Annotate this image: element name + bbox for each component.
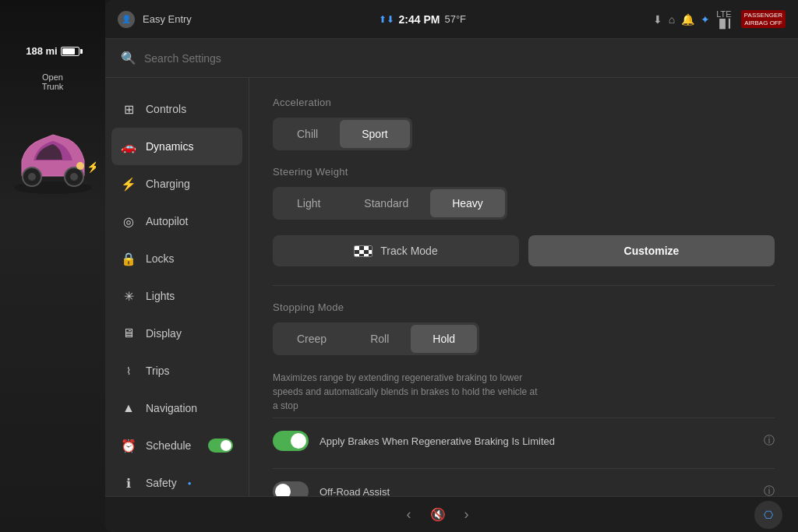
bell-icon[interactable]: 🔔 [681,13,694,26]
safety-label: Safety [146,477,177,489]
controls-label: Controls [146,103,186,115]
navigation-label: Navigation [146,402,197,414]
stopping-title: Stopping Mode [273,301,775,313]
steering-heavy-btn[interactable]: Heavy [430,189,505,217]
airbag-text: PASSENGERAIRBAG OFF [744,12,782,26]
home-icon[interactable]: ⌂ [669,13,675,26]
sidebar-item-dynamics[interactable]: 🚗 Dynamics [111,128,242,165]
customize-button[interactable]: Customize [528,235,775,266]
time-display: 2:44 PM [399,13,440,26]
charging-icon: ⚡ [121,176,136,192]
track-mode-button[interactable]: Track Mode [273,235,519,266]
apply-brakes-info-icon[interactable]: ⓘ [764,434,775,448]
bluetooth-icon: ⎔ [764,509,773,521]
svg-text:⚡: ⚡ [87,160,96,174]
car-svg: ⚡ [10,110,96,211]
bottom-nav-center: ‹ 🔇 › [401,503,475,526]
left-panel: 188 mi OpenTrunk ⚡ [0,0,105,532]
car-image: ⚡ [10,110,96,214]
stopping-description: Maximizes range by extending regenerativ… [273,371,538,413]
display-icon: 🖥 [121,326,136,341]
locks-icon: 🔒 [121,251,136,266]
battery-icon [61,47,79,56]
dynamics-panel: Acceleration Chill Sport Steering Weight… [249,78,798,496]
acceleration-sport-btn[interactable]: Sport [340,120,409,148]
lights-icon: ✳ [121,288,136,304]
controls-icon: ⊞ [121,101,136,117]
schedule-icon: ⏰ [121,438,136,453]
safety-dot: ● [188,480,192,487]
sidebar-item-controls[interactable]: ⊞ Controls [105,90,249,128]
apply-brakes-toggle[interactable] [273,431,309,451]
checkered-flag-icon [354,245,373,257]
stopping-hold-btn[interactable]: Hold [411,325,477,353]
forward-button[interactable]: › [458,503,475,526]
bottom-nav-right: ⎔ [754,501,782,529]
content-area: ⊞ Controls 🚗 Dynamics ⚡ Charging ◎ Autop… [105,78,798,496]
apply-brakes-row: Apply Brakes When Regenerative Braking I… [273,417,775,463]
lights-label: Lights [146,290,175,302]
back-button[interactable]: ‹ [401,503,418,526]
stopping-roll-btn[interactable]: Roll [348,325,411,353]
sidebar-item-charging[interactable]: ⚡ Charging [105,165,249,203]
acceleration-title: Acceleration [273,97,775,108]
safety-icon: ℹ [121,475,136,491]
off-road-info-icon[interactable]: ⓘ [764,484,775,496]
airbag-badge: PASSENGERAIRBAG OFF [741,10,786,28]
download-icon[interactable]: ⬇ [653,13,662,26]
bluetooth-circle-button[interactable]: ⎔ [754,501,782,529]
dynamics-icon: 🚗 [121,139,136,154]
sidebar-item-autopilot[interactable]: ◎ Autopilot [105,203,249,240]
status-bar-right: ⬇ ⌂ 🔔 ✦ LTE▐▌▎ PASSENGERAIRBAG OFF [653,9,786,29]
acceleration-chill-btn[interactable]: Chill [275,120,340,148]
mileage-display: 188 mi [18,39,87,63]
off-road-toggle[interactable] [273,481,309,496]
sidebar-item-navigation[interactable]: ▲ Navigation [105,389,249,427]
steering-standard-btn[interactable]: Standard [342,189,430,217]
sidebar-item-trips[interactable]: ⌇ Trips [105,352,249,389]
search-icon: 🔍 [121,51,136,65]
open-trunk-button[interactable]: OpenTrunk [36,69,70,94]
search-input[interactable] [144,52,782,65]
sidebar-item-lights[interactable]: ✳ Lights [105,277,249,315]
trips-icon: ⌇ [121,363,136,379]
svg-point-5 [76,162,84,170]
volume-mute-button[interactable]: 🔇 [424,504,452,525]
sidebar-item-schedule[interactable]: ⏰ Schedule [105,427,249,464]
sidebar: ⊞ Controls 🚗 Dynamics ⚡ Charging ◎ Autop… [105,78,249,496]
stopping-group: Creep Roll Hold [273,322,479,355]
status-bar-left: 👤 Easy Entry [118,11,192,28]
search-bar[interactable]: 🔍 [105,39,798,78]
track-mode-row: Track Mode Customize [273,235,775,266]
profile-icon: 👤 [118,11,135,28]
sidebar-item-safety[interactable]: ℹ Safety ● [105,464,249,496]
steering-light-btn[interactable]: Light [275,189,342,217]
bottom-nav: ‹ 🔇 › ⎔ [105,496,798,532]
display-label: Display [146,327,182,340]
schedule-toggle[interactable] [208,439,233,453]
signal-icon: LTE▐▌▎ [716,9,735,29]
acceleration-group: Chill Sport [273,118,412,150]
steering-group: Light Standard Heavy [273,187,507,220]
svg-point-2 [28,173,36,181]
locks-label: Locks [146,252,175,265]
temperature-display: 57°F [444,13,466,25]
main-screen: 👤 Easy Entry ⬆⬇ 2:44 PM 57°F ⬇ ⌂ 🔔 ✦ LTE… [105,0,798,532]
sidebar-item-locks[interactable]: 🔒 Locks [105,240,249,277]
navigation-icon: ▲ [121,400,136,416]
stopping-creep-btn[interactable]: Creep [275,325,348,353]
section-divider [273,285,775,286]
autopilot-icon: ◎ [121,213,136,229]
sidebar-item-display[interactable]: 🖥 Display [105,315,249,352]
off-road-row: Off-Road Assist ⓘ [273,468,775,496]
apply-brakes-label: Apply Brakes When Regenerative Braking I… [320,435,753,447]
schedule-label: Schedule [146,439,191,452]
mileage-text: 188 mi [26,45,57,57]
profile-label: Easy Entry [143,13,192,25]
bluetooth-icon[interactable]: ✦ [701,13,710,26]
track-mode-label: Track Mode [380,245,437,257]
nav-arrows-icon: ⬆⬇ [379,14,394,25]
charging-label: Charging [146,178,190,190]
off-road-label: Off-Road Assist [320,486,753,497]
dynamics-label: Dynamics [146,140,193,153]
